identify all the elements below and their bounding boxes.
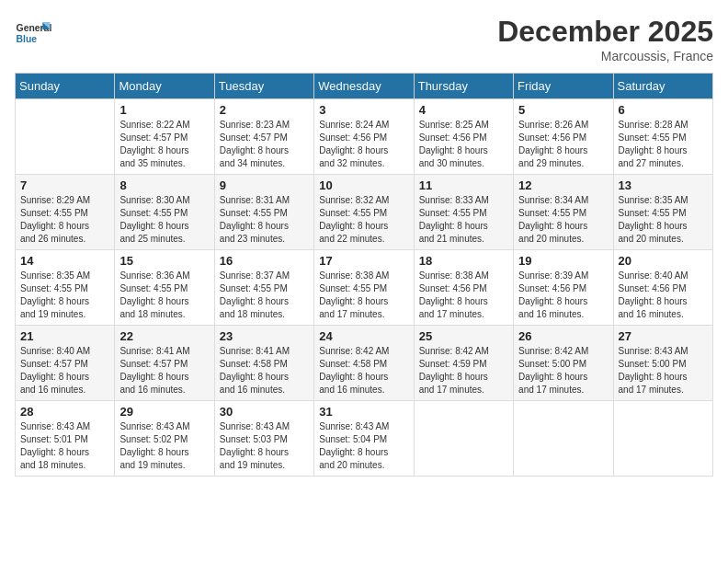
- title-area: December 2025 Marcoussis, France: [497, 15, 713, 63]
- calendar-cell: 30Sunrise: 8:43 AMSunset: 5:03 PMDayligh…: [214, 401, 313, 477]
- day-info: Sunrise: 8:41 AMSunset: 4:57 PMDaylight:…: [119, 345, 209, 396]
- sunrise-text: Sunrise: 8:41 AM: [119, 345, 209, 358]
- day-info: Sunrise: 8:38 AMSunset: 4:55 PMDaylight:…: [319, 270, 408, 321]
- calendar-cell: 6Sunrise: 8:28 AMSunset: 4:55 PMDaylight…: [613, 99, 712, 175]
- day-number: 3: [319, 103, 408, 117]
- sunrise-text: Sunrise: 8:41 AM: [220, 345, 309, 358]
- sunset-text: Sunset: 4:55 PM: [220, 207, 309, 220]
- daylight-text-line1: Daylight: 8 hours: [319, 144, 408, 157]
- sunset-text: Sunset: 4:58 PM: [220, 358, 309, 371]
- daylight-text-line1: Daylight: 8 hours: [419, 144, 508, 157]
- daylight-text-line1: Daylight: 8 hours: [119, 144, 209, 157]
- day-info: Sunrise: 8:43 AMSunset: 5:00 PMDaylight:…: [619, 345, 708, 396]
- sunset-text: Sunset: 5:03 PM: [220, 433, 309, 446]
- daylight-text-line1: Daylight: 8 hours: [619, 371, 708, 384]
- calendar-cell: 15Sunrise: 8:36 AMSunset: 4:55 PMDayligh…: [115, 250, 214, 326]
- daylight-text-line2: and 27 minutes.: [619, 157, 708, 170]
- logo-icon: General Blue: [15, 15, 51, 52]
- day-number: 10: [319, 178, 408, 192]
- sunset-text: Sunset: 5:02 PM: [119, 433, 209, 446]
- sunset-text: Sunset: 5:00 PM: [619, 358, 708, 371]
- sunrise-text: Sunrise: 8:38 AM: [319, 270, 408, 282]
- day-info: Sunrise: 8:22 AMSunset: 4:57 PMDaylight:…: [119, 119, 209, 170]
- sunrise-text: Sunrise: 8:32 AM: [319, 194, 408, 207]
- day-number: 11: [419, 178, 508, 192]
- calendar-cell: 5Sunrise: 8:26 AMSunset: 4:56 PMDaylight…: [514, 99, 613, 175]
- day-number: 12: [518, 178, 608, 192]
- sunrise-text: Sunrise: 8:31 AM: [220, 194, 309, 207]
- sunset-text: Sunset: 4:57 PM: [119, 132, 209, 144]
- day-number: 6: [619, 103, 708, 117]
- daylight-text-line2: and 21 minutes.: [419, 233, 508, 246]
- day-info: Sunrise: 8:40 AMSunset: 4:57 PMDaylight:…: [20, 345, 109, 396]
- sunrise-text: Sunrise: 8:22 AM: [119, 119, 209, 132]
- sunset-text: Sunset: 4:57 PM: [220, 132, 309, 144]
- calendar-cell: 25Sunrise: 8:42 AMSunset: 4:59 PMDayligh…: [414, 326, 513, 401]
- calendar-cell: 23Sunrise: 8:41 AMSunset: 4:58 PMDayligh…: [214, 326, 313, 401]
- calendar-body: 1Sunrise: 8:22 AMSunset: 4:57 PMDaylight…: [16, 99, 713, 477]
- day-info: Sunrise: 8:25 AMSunset: 4:56 PMDaylight:…: [419, 119, 508, 170]
- day-number: 17: [319, 254, 408, 268]
- sunrise-text: Sunrise: 8:43 AM: [20, 420, 109, 433]
- day-info: Sunrise: 8:24 AMSunset: 4:56 PMDaylight:…: [319, 119, 408, 170]
- sunrise-text: Sunrise: 8:36 AM: [119, 270, 209, 282]
- daylight-text-line1: Daylight: 8 hours: [220, 144, 309, 157]
- calendar-cell: 1Sunrise: 8:22 AMSunset: 4:57 PMDaylight…: [115, 99, 214, 175]
- day-number: 20: [619, 254, 708, 268]
- daylight-text-line1: Daylight: 8 hours: [119, 446, 209, 459]
- day-number: 23: [220, 329, 309, 343]
- sunrise-text: Sunrise: 8:43 AM: [220, 420, 309, 433]
- day-info: Sunrise: 8:43 AMSunset: 5:01 PMDaylight:…: [20, 420, 109, 472]
- day-info: Sunrise: 8:30 AMSunset: 4:55 PMDaylight:…: [119, 194, 209, 246]
- daylight-text-line1: Daylight: 8 hours: [518, 371, 608, 384]
- calendar-cell: 11Sunrise: 8:33 AMSunset: 4:55 PMDayligh…: [414, 175, 513, 250]
- calendar-cell: 29Sunrise: 8:43 AMSunset: 5:02 PMDayligh…: [115, 401, 214, 477]
- logo: General Blue: [15, 15, 55, 52]
- day-info: Sunrise: 8:42 AMSunset: 5:00 PMDaylight:…: [518, 345, 608, 396]
- day-info: Sunrise: 8:43 AMSunset: 5:02 PMDaylight:…: [119, 420, 209, 472]
- sunset-text: Sunset: 4:55 PM: [619, 132, 708, 144]
- daylight-text-line2: and 32 minutes.: [319, 157, 408, 170]
- sunrise-text: Sunrise: 8:25 AM: [419, 119, 508, 132]
- sunset-text: Sunset: 4:56 PM: [518, 282, 608, 295]
- day-number: 14: [20, 254, 109, 268]
- sunset-text: Sunset: 4:55 PM: [619, 207, 708, 220]
- sunset-text: Sunset: 5:04 PM: [319, 433, 408, 446]
- sunset-text: Sunset: 4:57 PM: [119, 358, 209, 371]
- day-info: Sunrise: 8:35 AMSunset: 4:55 PMDaylight:…: [20, 270, 109, 321]
- day-number: 22: [119, 329, 209, 343]
- daylight-text-line1: Daylight: 8 hours: [319, 220, 408, 233]
- sunrise-text: Sunrise: 8:43 AM: [119, 420, 209, 433]
- day-number: 15: [119, 254, 209, 268]
- day-number: 31: [319, 405, 408, 419]
- calendar-cell: 19Sunrise: 8:39 AMSunset: 4:56 PMDayligh…: [514, 250, 613, 326]
- day-info: Sunrise: 8:23 AMSunset: 4:57 PMDaylight:…: [220, 119, 309, 170]
- daylight-text-line1: Daylight: 8 hours: [518, 295, 608, 308]
- daylight-text-line2: and 20 minutes.: [319, 459, 408, 472]
- daylight-text-line2: and 17 minutes.: [319, 308, 408, 321]
- calendar-cell: 7Sunrise: 8:29 AMSunset: 4:55 PMDaylight…: [16, 175, 115, 250]
- calendar-cell: 12Sunrise: 8:34 AMSunset: 4:55 PMDayligh…: [514, 175, 613, 250]
- calendar-cell: 20Sunrise: 8:40 AMSunset: 4:56 PMDayligh…: [613, 250, 712, 326]
- daylight-text-line1: Daylight: 8 hours: [220, 371, 309, 384]
- sunset-text: Sunset: 4:58 PM: [319, 358, 408, 371]
- sunrise-text: Sunrise: 8:24 AM: [319, 119, 408, 132]
- sunset-text: Sunset: 4:56 PM: [619, 282, 708, 295]
- day-number: 5: [518, 103, 608, 117]
- day-info: Sunrise: 8:42 AMSunset: 4:58 PMDaylight:…: [319, 345, 408, 396]
- day-info: Sunrise: 8:34 AMSunset: 4:55 PMDaylight:…: [518, 194, 608, 246]
- daylight-text-line2: and 17 minutes.: [518, 384, 608, 396]
- sunset-text: Sunset: 4:55 PM: [319, 282, 408, 295]
- sunrise-text: Sunrise: 8:29 AM: [20, 194, 109, 207]
- calendar-cell: [16, 99, 115, 175]
- column-header-saturday: Saturday: [613, 74, 712, 99]
- day-info: Sunrise: 8:35 AMSunset: 4:55 PMDaylight:…: [619, 194, 708, 246]
- calendar-cell: 10Sunrise: 8:32 AMSunset: 4:55 PMDayligh…: [314, 175, 414, 250]
- sunset-text: Sunset: 4:55 PM: [220, 282, 309, 295]
- calendar-header-row: SundayMondayTuesdayWednesdayThursdayFrid…: [16, 74, 713, 99]
- sunrise-text: Sunrise: 8:28 AM: [619, 119, 708, 132]
- daylight-text-line1: Daylight: 8 hours: [220, 220, 309, 233]
- sunrise-text: Sunrise: 8:35 AM: [619, 194, 708, 207]
- column-header-tuesday: Tuesday: [214, 74, 313, 99]
- daylight-text-line1: Daylight: 8 hours: [20, 220, 109, 233]
